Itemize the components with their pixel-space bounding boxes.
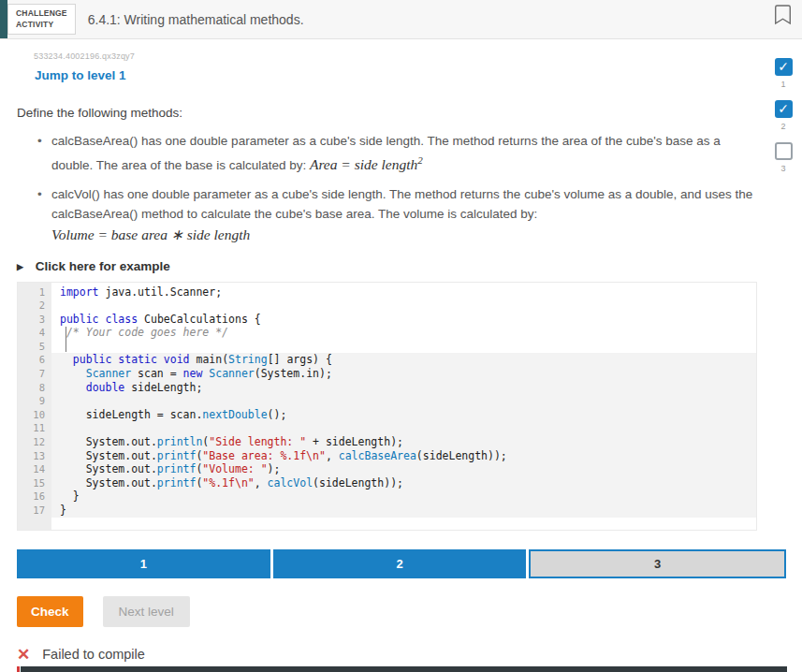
header-accent-strip xyxy=(0,0,7,38)
code-line-2[interactable]: 2 xyxy=(18,299,756,313)
challenge-activity-badge: CHALLENGE ACTIVITY xyxy=(7,4,76,35)
activity-content: 533234.4002196.qx3zqy7 Jump to level 1 D… xyxy=(0,51,802,672)
instruction-list: calcBaseArea() has one double parameter … xyxy=(17,131,765,244)
status-message: Failed to compile xyxy=(42,647,145,662)
code-line-7[interactable]: 7 Scanner scan = new Scanner(System.in); xyxy=(18,367,756,381)
code-line-15[interactable]: 15 System.out.printf("%.1f\n", calcVol(s… xyxy=(18,476,756,490)
bullet-formula: Area = side length xyxy=(310,156,417,172)
line-number: 6 xyxy=(18,353,51,367)
code-text: System.out.println("Side length: " + sid… xyxy=(51,435,756,449)
level-3-checkbox-icon xyxy=(775,142,793,160)
line-number: 2 xyxy=(18,299,51,313)
line-number: 1 xyxy=(18,285,51,299)
line-number: 12 xyxy=(18,435,51,449)
code-text: System.out.printf("Base area: %.1f\n", c… xyxy=(51,449,756,463)
code-line-10[interactable]: 10 sideLength = scan.nextDouble(); xyxy=(18,408,756,422)
compile-status: ✕ Failed to compile xyxy=(17,647,802,663)
line-number: 9 xyxy=(18,394,51,408)
line-number: 3 xyxy=(18,313,51,327)
expand-triangle-icon: ▶ xyxy=(17,262,23,271)
code-text xyxy=(51,340,756,354)
progress-segment-1: 1 xyxy=(17,549,270,578)
line-number: 16 xyxy=(18,489,51,504)
code-line-11[interactable]: 11 xyxy=(18,421,756,435)
level-number-label: 2 xyxy=(773,122,794,131)
line-number: 10 xyxy=(18,408,51,422)
challenge-activity-page: CHALLENGE ACTIVITY 6.4.1: Writing mathem… xyxy=(0,0,802,672)
activity-title: 6.4.1: Writing mathematical methods. xyxy=(88,12,304,27)
line-number: 8 xyxy=(18,381,51,395)
line-number: 7 xyxy=(18,367,51,381)
badge-line1: CHALLENGE xyxy=(16,8,67,19)
code-text xyxy=(51,299,756,313)
code-text: import java.util.Scanner; xyxy=(51,285,756,299)
code-line-13[interactable]: 13 System.out.printf("Base area: %.1f\n"… xyxy=(18,449,756,463)
instruction-bullet: calcBaseArea() has one double parameter … xyxy=(51,131,765,175)
code-line-12[interactable]: 12 System.out.println("Side length: " + … xyxy=(18,435,756,449)
check-button[interactable]: Check xyxy=(17,596,83,627)
code-text xyxy=(51,421,756,435)
level-indicator: 3 xyxy=(773,142,794,173)
code-line-6[interactable]: 6 public static void main(String[] args)… xyxy=(18,353,756,367)
code-text: } xyxy=(51,489,756,504)
action-buttons: Check Next level xyxy=(17,596,802,627)
line-number: 15 xyxy=(18,476,51,490)
code-line-1[interactable]: 1import java.util.Scanner; xyxy=(18,285,756,299)
bullet-formula: Volume = base area ∗ side length xyxy=(51,225,765,244)
line-number: 4 xyxy=(18,326,51,340)
bookmark-icon[interactable] xyxy=(774,4,792,25)
level-indicator-rail: ✓1✓23 xyxy=(773,58,794,184)
code-text: sideLength = scan.nextDouble(); xyxy=(51,408,756,422)
code-line-17[interactable]: 17} xyxy=(18,504,756,518)
line-number: 17 xyxy=(18,504,51,518)
level-1-checkbox-icon: ✓ xyxy=(775,58,793,76)
code-text: } xyxy=(51,504,756,518)
example-toggle-label: Click here for example xyxy=(36,259,170,273)
progress-segment-3: 3 xyxy=(529,549,786,578)
level-2-checkbox-icon: ✓ xyxy=(775,100,793,118)
failed-x-icon: ✕ xyxy=(17,647,30,663)
code-text: public class CubeCalculations { xyxy=(51,313,756,327)
code-text: System.out.printf("%.1f\n", calcVol(side… xyxy=(51,476,756,490)
level-indicator: ✓1 xyxy=(773,58,794,89)
code-line-8[interactable]: 8 double sideLength; xyxy=(18,381,756,395)
level-indicator: ✓2 xyxy=(773,100,794,131)
compile-output-header xyxy=(21,666,787,672)
level-number-label: 1 xyxy=(773,80,794,89)
code-text xyxy=(51,394,756,408)
code-text: /* Your code goes here */ xyxy=(51,326,756,340)
line-number: 11 xyxy=(18,421,51,435)
code-text: System.out.printf("Volume: "); xyxy=(51,462,756,476)
level-number-label: 3 xyxy=(773,164,794,173)
code-line-14[interactable]: 14 System.out.printf("Volume: "); xyxy=(18,462,756,476)
code-text: double sideLength; xyxy=(51,381,756,395)
example-toggle[interactable]: ▶ Click here for example xyxy=(17,259,802,273)
bullet-text: calcVol() has one double parameter as a … xyxy=(51,187,752,221)
code-line-16[interactable]: 16 } xyxy=(18,489,756,504)
code-text: Scanner scan = new Scanner(System.in); xyxy=(51,367,756,381)
instruction-bullet: calcVol() has one double parameter as a … xyxy=(51,184,765,244)
code-line-5[interactable]: 5 xyxy=(18,340,756,354)
bullet-formula: 2 xyxy=(417,154,423,166)
line-number: 14 xyxy=(18,462,51,476)
code-text: public static void main(String[] args) { xyxy=(51,353,756,367)
code-line-9[interactable]: 9 xyxy=(18,394,756,408)
activity-header: CHALLENGE ACTIVITY 6.4.1: Writing mathem… xyxy=(0,0,802,39)
activity-id: 533234.4002196.qx3zqy7 xyxy=(34,51,802,61)
line-number: 13 xyxy=(18,449,51,463)
instructions-intro: Define the following methods: xyxy=(17,106,802,120)
code-editor[interactable]: 1import java.util.Scanner;23public class… xyxy=(17,282,757,531)
level-progress-bar: 123 xyxy=(17,549,786,578)
progress-segment-2: 2 xyxy=(273,549,527,578)
next-level-button[interactable]: Next level xyxy=(103,596,190,627)
code-line-4[interactable]: 4 /* Your code goes here */ xyxy=(18,326,756,340)
compile-output-box xyxy=(17,666,787,672)
jump-to-level-link[interactable]: Jump to level 1 xyxy=(35,68,126,82)
code-line-3[interactable]: 3public class CubeCalculations { xyxy=(18,313,756,327)
line-number: 5 xyxy=(18,340,51,354)
badge-line2: ACTIVITY xyxy=(16,20,67,30)
